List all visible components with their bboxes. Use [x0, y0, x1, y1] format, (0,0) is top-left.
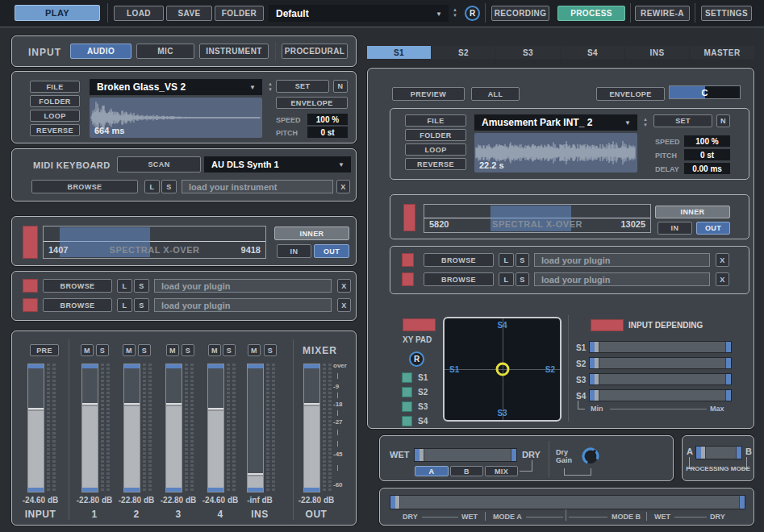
solo-button-4[interactable]: S	[223, 344, 236, 356]
recording-button[interactable]: RECORDING	[491, 6, 549, 21]
mute-button-2[interactable]: M	[123, 344, 136, 356]
pitch-value[interactable]: 0 st	[307, 127, 348, 138]
fader-out[interactable]	[303, 364, 320, 493]
processing-mode-slider[interactable]	[695, 446, 742, 459]
link-button[interactable]: L	[499, 253, 514, 267]
loop-button[interactable]: LOOP	[405, 143, 466, 156]
envelope-button[interactable]: ENVELOPE	[596, 87, 665, 101]
sample-stepper[interactable]: ▲▼	[265, 81, 275, 93]
in-button[interactable]: IN	[277, 244, 311, 258]
xy-toggle-s3[interactable]	[402, 401, 412, 412]
scan-button[interactable]: SCAN	[117, 156, 201, 172]
reset-button[interactable]: R	[465, 6, 480, 21]
depending-slider-s2[interactable]	[589, 357, 732, 369]
mode-mix-button[interactable]: MIX	[485, 466, 518, 476]
preview-button[interactable]: PREVIEW	[392, 87, 465, 101]
folder-button[interactable]: FOLDER	[405, 129, 466, 141]
out-button[interactable]: OUT	[696, 222, 730, 235]
instrument-slot-field[interactable]: load your instrument	[182, 180, 333, 193]
delay-value[interactable]: 0.00 ms	[684, 163, 730, 174]
sample-dropdown[interactable]: Broken Glass_VS 2 ▼	[90, 79, 262, 95]
clear-plugin-button[interactable]: X	[716, 253, 729, 267]
crossfade-slider[interactable]	[390, 495, 745, 509]
process-button[interactable]: PROCESS	[557, 6, 625, 21]
waveform-display[interactable]: 664 ms	[90, 98, 262, 138]
depending-slider-s4[interactable]	[589, 389, 732, 401]
loop-button[interactable]: LOOP	[30, 110, 80, 122]
tab-s1[interactable]: S1	[367, 46, 431, 59]
mute-button-3[interactable]: M	[166, 344, 179, 356]
fader-2[interactable]	[123, 364, 140, 493]
mode-a-button[interactable]: A	[415, 466, 449, 476]
set-button[interactable]: SET	[276, 80, 329, 93]
folder-button[interactable]: FOLDER	[30, 95, 80, 107]
pitch-value[interactable]: 0 st	[684, 149, 730, 160]
xy-toggle-s2[interactable]	[402, 387, 412, 397]
depending-slider-s3[interactable]	[589, 373, 732, 385]
xy-reset-button[interactable]: R	[409, 351, 424, 367]
solo-button-3[interactable]: S	[182, 344, 194, 356]
file-button[interactable]: FILE	[405, 114, 466, 127]
browse-instrument-button[interactable]: BROWSE	[31, 180, 138, 193]
preset-stepper[interactable]: ▲▼	[450, 7, 460, 19]
solo-button[interactable]: S	[516, 272, 529, 286]
input-procedural-tab[interactable]: PROCEDURAL	[282, 44, 348, 59]
fader-4[interactable]	[207, 364, 224, 493]
sample-dropdown[interactable]: Amusement Park INT_ 2 ▼	[474, 114, 637, 131]
reverse-button[interactable]: REVERSE	[30, 124, 80, 136]
inner-button[interactable]: INNER	[274, 227, 349, 240]
set-button[interactable]: SET	[653, 114, 712, 127]
dry-gain-knob[interactable]	[579, 445, 602, 468]
settings-button[interactable]: SETTINGS	[701, 6, 752, 21]
browse-plugin-button[interactable]: BROWSE	[43, 298, 112, 312]
link-button[interactable]: L	[499, 272, 514, 286]
in-button[interactable]: IN	[658, 222, 692, 235]
envelope-button[interactable]: ENVELOPE	[276, 97, 348, 109]
depending-slider-s1[interactable]	[589, 341, 732, 353]
xy-cursor[interactable]	[495, 363, 509, 376]
input-mic-tab[interactable]: MIC	[136, 44, 194, 59]
browse-plugin-button[interactable]: BROWSE	[424, 253, 494, 267]
wetdry-slider[interactable]	[414, 448, 517, 462]
all-button[interactable]: ALL	[471, 87, 520, 101]
xy-toggle-s4[interactable]	[402, 416, 412, 426]
plugin-slot-field[interactable]: load your plugin	[154, 298, 332, 312]
input-audio-tab[interactable]: AUDIO	[70, 44, 132, 59]
tab-s2[interactable]: S2	[432, 46, 495, 59]
plugin-slot-field[interactable]: load your plugin	[154, 279, 332, 293]
tab-s4[interactable]: S4	[561, 46, 624, 59]
xy-toggle-s1[interactable]	[402, 372, 412, 383]
pan-slider[interactable]: C	[669, 85, 741, 99]
solo-button-1[interactable]: S	[96, 344, 109, 356]
file-button[interactable]: FILE	[30, 81, 80, 93]
solo-button-ins[interactable]: S	[264, 344, 277, 356]
fader-1[interactable]	[81, 364, 98, 493]
clear-instrument-button[interactable]: X	[336, 180, 350, 193]
fader-ins[interactable]	[247, 364, 264, 493]
solo-button[interactable]: S	[134, 279, 149, 293]
out-button[interactable]: OUT	[314, 244, 349, 258]
solo-button[interactable]: S	[161, 180, 177, 193]
xy-pad[interactable]: S4 S3 S1 S2	[443, 317, 562, 422]
speed-value[interactable]: 100 %	[307, 114, 348, 125]
fader-3[interactable]	[165, 364, 182, 493]
clear-plugin-button[interactable]: X	[337, 279, 351, 293]
link-button[interactable]: L	[117, 279, 132, 293]
speed-value[interactable]: 100 %	[684, 135, 730, 147]
plugin-slot-field[interactable]: load your plugin	[534, 253, 710, 267]
save-button[interactable]: SAVE	[166, 6, 212, 21]
mute-button-1[interactable]: M	[81, 344, 94, 356]
tab-master[interactable]: MASTER	[690, 46, 754, 59]
load-button[interactable]: LOAD	[114, 6, 164, 21]
inner-button[interactable]: INNER	[655, 206, 730, 218]
reverse-button[interactable]: REVERSE	[405, 158, 466, 170]
clear-plugin-button[interactable]: X	[337, 298, 351, 312]
xover-range-slider[interactable]: 5820 SPECTRAL X-OVER 13025	[424, 204, 651, 233]
clear-plugin-button[interactable]: X	[716, 272, 729, 286]
pre-button[interactable]: PRE	[30, 344, 59, 356]
sample-stepper[interactable]: ▲▼	[641, 117, 650, 128]
folder-button[interactable]: FOLDER	[215, 6, 264, 21]
waveform-display[interactable]: 22.2 s	[474, 133, 637, 172]
fader-input[interactable]	[27, 364, 44, 493]
rewire-button[interactable]: REWIRE-A	[635, 6, 690, 21]
